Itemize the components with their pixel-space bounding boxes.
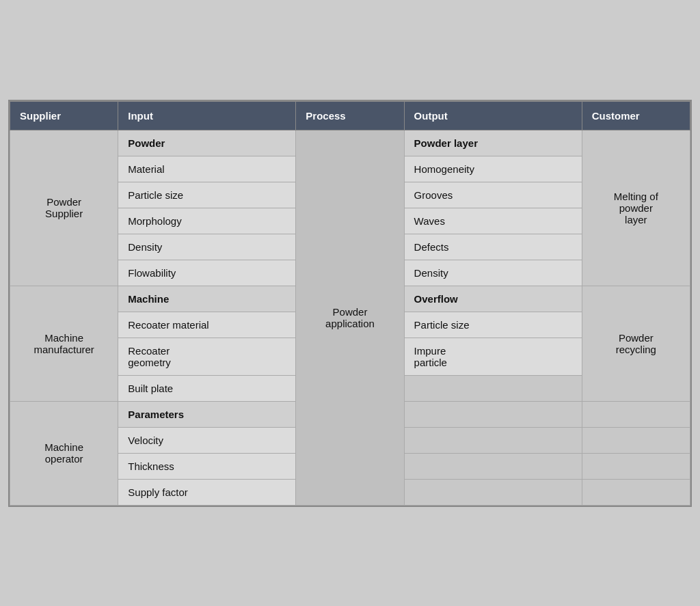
input-flowability: Flowability: [118, 260, 296, 286]
input-built-plate: Built plate: [118, 375, 296, 401]
output-empty-4: [404, 453, 582, 479]
input-density: Density: [118, 234, 296, 260]
output-empty-2: [404, 401, 582, 427]
header-customer: Customer: [582, 101, 690, 130]
output-impure-particle: Impure particle: [404, 338, 582, 375]
table-row: Powder Supplier Powder Powder applicatio…: [10, 130, 690, 156]
output-empty-5: [404, 479, 582, 505]
output-defects: Defects: [404, 234, 582, 260]
input-velocity: Velocity: [118, 427, 296, 453]
input-powder-header: Powder: [118, 130, 296, 156]
process-powder-application: Powder application: [296, 130, 404, 505]
output-empty-3: [404, 427, 582, 453]
input-machine-header: Machine: [118, 286, 296, 312]
input-material: Material: [118, 156, 296, 182]
customer-melting: Melting of powder layer: [582, 130, 690, 286]
header-output: Output: [404, 101, 582, 130]
header-process: Process: [296, 101, 404, 130]
output-grooves: Grooves: [404, 182, 582, 208]
input-morphology: Morphology: [118, 208, 296, 234]
input-supply-factor: Supply factor: [118, 479, 296, 505]
input-parameters-header: Parameters: [118, 401, 296, 427]
customer-empty-1: [582, 401, 690, 427]
main-table-wrapper: Supplier Input Process Output Customer P…: [8, 100, 692, 507]
customer-powder-recycling: Powder recycling: [582, 286, 690, 401]
supplier-machine-operator: Machine operator: [10, 401, 118, 505]
customer-empty-2: [582, 427, 690, 453]
header-supplier: Supplier: [10, 101, 118, 130]
input-recoater-material: Recoater material: [118, 312, 296, 338]
header-input: Input: [118, 101, 296, 130]
input-thickness: Thickness: [118, 453, 296, 479]
output-density: Density: [404, 260, 582, 286]
output-empty-1: [404, 375, 582, 401]
output-waves: Waves: [404, 208, 582, 234]
output-homogeneity: Homogeneity: [404, 156, 582, 182]
supplier-machine-manufacturer: Machine manufacturer: [10, 286, 118, 401]
output-overflow-header: Overflow: [404, 286, 582, 312]
main-table: Supplier Input Process Output Customer P…: [10, 101, 690, 506]
supplier-powder-supplier: Powder Supplier: [10, 130, 118, 286]
customer-empty-4: [582, 479, 690, 505]
output-powder-layer-header: Powder layer: [404, 130, 582, 156]
customer-empty-3: [582, 453, 690, 479]
input-recoater-geometry: Recoater geometry: [118, 338, 296, 375]
output-particle-size: Particle size: [404, 312, 582, 338]
input-particle-size: Particle size: [118, 182, 296, 208]
